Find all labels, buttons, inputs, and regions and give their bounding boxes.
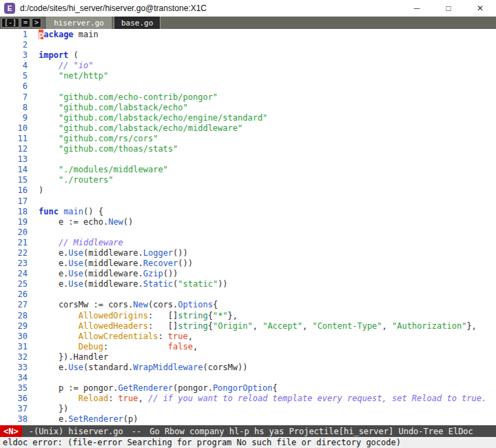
mode-line[interactable]: <N> -(Unix) hiserver.go -- Go Rbow compa… bbox=[0, 425, 496, 437]
line-number: 8 bbox=[0, 103, 28, 113]
code-line[interactable]: 8 "github.com/labstack/echo" bbox=[0, 103, 496, 113]
code-line[interactable]: 23 e.Use(middleware.Recover()) bbox=[0, 258, 496, 269]
line-number: 32 bbox=[0, 352, 28, 363]
line-content: "github.com/labstack/echo/engine/standar… bbox=[39, 113, 267, 123]
line-content: corsMw := cors.New(cors.Options{ bbox=[39, 300, 218, 309]
tab-hiserver.go[interactable]: hiserver.go bbox=[46, 17, 112, 29]
code-line[interactable]: 34 bbox=[0, 373, 496, 383]
line-number: 36 bbox=[0, 394, 28, 404]
emacs-icon: E bbox=[4, 3, 15, 14]
line-number: 37 bbox=[0, 404, 28, 414]
code-line[interactable]: 37 }) bbox=[0, 404, 496, 414]
modeline-buffer-name[interactable]: hiserver.go bbox=[68, 427, 123, 436]
line-content: e.Use(standard.WrapMiddleware(corsMw)) bbox=[39, 363, 247, 372]
code-line[interactable]: 6 bbox=[0, 81, 496, 92]
code-line[interactable]: 35 p := pongor.GetRenderer(pongor.Pongor… bbox=[0, 383, 496, 394]
maximize-button[interactable]: □ bbox=[433, 0, 464, 17]
code-line[interactable]: 24 e.Use(middleware.Gzip()) bbox=[0, 269, 496, 279]
line-number: 34 bbox=[0, 373, 28, 383]
code-line[interactable]: 16) bbox=[0, 185, 496, 196]
code-area[interactable]: 1package main23import (4 // "io"5 "net/h… bbox=[0, 29, 496, 425]
code-line[interactable]: 3import ( bbox=[0, 50, 496, 61]
code-line[interactable]: 33 e.Use(standard.WrapMiddleware(corsMw)… bbox=[0, 363, 496, 373]
line-number: 28 bbox=[0, 311, 28, 321]
tab-base.go[interactable]: base.go bbox=[114, 17, 161, 29]
line-content: }).Handler bbox=[39, 352, 108, 362]
line-number: 33 bbox=[0, 363, 28, 373]
modeline-encoding: -(Unix) bbox=[29, 427, 64, 436]
code-line[interactable]: 17 bbox=[0, 196, 496, 207]
line-number: 6 bbox=[0, 81, 28, 92]
code-line[interactable]: 14 "./modules/middleware" bbox=[0, 165, 496, 175]
code-line[interactable]: 32 }).Handler bbox=[0, 352, 496, 363]
code-line[interactable]: 11 "github.com/rs/cors" bbox=[0, 134, 496, 144]
line-content: package main bbox=[39, 30, 99, 39]
line-number: 29 bbox=[0, 321, 28, 332]
line-content: "net/http" bbox=[39, 71, 108, 81]
modeline-modes[interactable]: Go Rbow company hl-p hs yas Projectile[h… bbox=[149, 427, 473, 436]
line-number: 30 bbox=[0, 332, 28, 342]
maximize-icon: □ bbox=[446, 3, 451, 13]
code-line[interactable]: 22 e.Use(middleware.Logger()) bbox=[0, 248, 496, 258]
code-line[interactable]: 28 AllowedOrigins: []string{"*"}, bbox=[0, 311, 496, 321]
line-content: "github.com/thoas/stats" bbox=[39, 144, 178, 154]
code-line[interactable]: 5 "net/http" bbox=[0, 71, 496, 81]
line-number: 7 bbox=[0, 92, 28, 103]
line-number: 25 bbox=[0, 279, 28, 289]
code-line[interactable]: 15 "./routers" bbox=[0, 175, 496, 185]
code-line[interactable]: 2 bbox=[0, 40, 496, 50]
minimize-button[interactable]: ─ bbox=[401, 0, 433, 17]
line-content: // "io" bbox=[39, 61, 93, 70]
line-number: 9 bbox=[0, 113, 28, 123]
code-line[interactable]: 30 AllowCredentials: true, bbox=[0, 332, 496, 342]
code-line[interactable]: 13 bbox=[0, 154, 496, 165]
modeline-separator: -- bbox=[132, 427, 141, 436]
evil-state-indicator: <N> bbox=[0, 425, 22, 437]
line-content: "github.com/labstack/echo/middleware" bbox=[39, 123, 242, 133]
line-number: 13 bbox=[0, 154, 28, 165]
code-line[interactable]: 1package main bbox=[0, 30, 496, 40]
title-bar[interactable]: E d:/code/sites/hi_server/hiserver.go@tr… bbox=[0, 0, 496, 17]
code-line[interactable]: 36 Reload: true, // if you want to reloa… bbox=[0, 394, 496, 404]
code-line[interactable]: 26 bbox=[0, 289, 496, 300]
line-number: 31 bbox=[0, 342, 28, 352]
code-line[interactable]: 9 "github.com/labstack/echo/engine/stand… bbox=[0, 113, 496, 123]
code-line[interactable]: 20 bbox=[0, 227, 496, 238]
code-line[interactable]: 18func main() { bbox=[0, 207, 496, 217]
code-line[interactable]: 38 e.SetRenderer(p) bbox=[0, 414, 496, 425]
code-line[interactable]: 19 e := echo.New() bbox=[0, 217, 496, 227]
line-number: 35 bbox=[0, 383, 28, 394]
code-line[interactable]: 10 "github.com/labstack/echo/middleware" bbox=[0, 123, 496, 134]
line-number: 14 bbox=[0, 165, 28, 175]
line-number: 4 bbox=[0, 61, 28, 71]
line-content: ) bbox=[39, 185, 43, 195]
line-content: "github.com/labstack/echo" bbox=[39, 103, 188, 112]
line-number: 2 bbox=[0, 40, 28, 50]
line-content: Debug: false, bbox=[39, 342, 198, 352]
code-line[interactable]: 12 "github.com/thoas/stats" bbox=[0, 144, 496, 154]
close-button[interactable]: ✕ bbox=[464, 0, 496, 17]
code-line[interactable]: 25 e.Use(middleware.Static("static")) bbox=[0, 279, 496, 289]
tabbar-home-button[interactable]: [-] bbox=[1, 18, 19, 28]
line-content: e.Use(middleware.Recover()) bbox=[39, 258, 193, 268]
line-content: }) bbox=[39, 404, 68, 414]
code-line[interactable]: 21 // Middleware bbox=[0, 238, 496, 248]
line-number: 16 bbox=[0, 185, 28, 196]
window-title: d:/code/sites/hi_server/hiserver.go@tran… bbox=[20, 3, 401, 13]
line-content: Reload: true, // if you want to reload t… bbox=[39, 394, 486, 403]
tabbar-scroll-left-button[interactable]: = bbox=[21, 18, 30, 28]
echo-message: eldoc error: (file-error Searching for p… bbox=[3, 438, 401, 447]
line-number: 20 bbox=[0, 227, 28, 238]
line-number: 26 bbox=[0, 289, 28, 300]
line-number: 22 bbox=[0, 248, 28, 258]
code-line[interactable]: 31 Debug: false, bbox=[0, 342, 496, 352]
tab-bar-buttons: [-]=> bbox=[0, 17, 43, 29]
line-content: "./modules/middleware" bbox=[39, 165, 168, 174]
tabbar-scroll-right-button[interactable]: > bbox=[32, 18, 41, 28]
line-number: 27 bbox=[0, 300, 28, 310]
code-line[interactable]: 27 corsMw := cors.New(cors.Options{ bbox=[0, 300, 496, 310]
code-line[interactable]: 29 AllowedHeaders: []string{"Origin", "A… bbox=[0, 321, 496, 332]
code-line[interactable]: 7 "github.com/echo-contrib/pongor" bbox=[0, 92, 496, 103]
emacs-window: E d:/code/sites/hi_server/hiserver.go@tr… bbox=[0, 0, 496, 448]
code-line[interactable]: 4 // "io" bbox=[0, 61, 496, 71]
